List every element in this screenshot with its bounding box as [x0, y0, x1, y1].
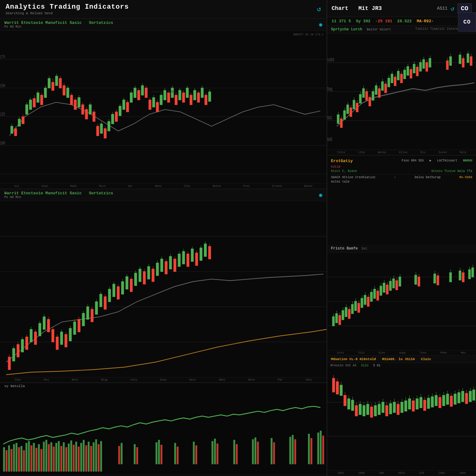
right-badge: CO	[457, 3, 472, 14]
svg-rect-36	[59, 78, 62, 88]
chart-2-icon[interactable]: ◉	[319, 192, 322, 198]
svg-rect-10	[11, 126, 13, 133]
svg-rect-401	[386, 285, 388, 294]
svg-rect-216	[6, 450, 7, 472]
svg-rect-92	[164, 90, 166, 100]
svg-rect-381	[355, 301, 357, 311]
svg-rect-128	[21, 340, 24, 352]
svg-rect-499	[461, 391, 464, 402]
svg-text:150: 150	[0, 83, 5, 89]
svg-rect-332	[400, 74, 403, 83]
svg-rect-326	[391, 74, 393, 83]
svg-rect-387	[364, 295, 366, 305]
refresh-right-icon[interactable]: ↺	[451, 5, 454, 12]
svg-rect-112	[201, 88, 203, 98]
row-1-label: Cotid	[331, 165, 340, 169]
svg-text:175: 175	[0, 55, 5, 60]
right-chart-3-body[interactable]	[327, 253, 476, 350]
svg-rect-425	[468, 270, 470, 279]
svg-rect-306	[359, 95, 361, 103]
svg-rect-98	[175, 95, 177, 105]
svg-rect-158	[86, 307, 89, 320]
svg-rect-447	[363, 406, 365, 416]
svg-rect-12	[14, 129, 17, 136]
svg-rect-231	[43, 442, 45, 472]
svg-rect-477	[420, 398, 422, 408]
svg-rect-296	[343, 111, 346, 119]
volume-body	[0, 389, 327, 475]
svg-rect-186	[148, 267, 150, 279]
chart-2-body[interactable]	[0, 201, 327, 377]
svg-rect-194	[165, 262, 167, 274]
svg-rect-423	[462, 273, 464, 282]
svg-rect-441	[351, 400, 354, 410]
chart-1-icon[interactable]: ◉	[319, 21, 322, 28]
svg-rect-239	[63, 443, 65, 472]
svg-rect-354	[449, 57, 452, 65]
separator-1	[331, 174, 472, 174]
right-chart-1-body[interactable]: v459 Dag GGC 8d5	[327, 33, 476, 150]
svg-rect-114	[205, 95, 207, 105]
svg-rect-298	[346, 105, 349, 114]
svg-rect-278	[294, 439, 296, 465]
co-badge[interactable]: CO	[458, 12, 476, 32]
svg-rect-346	[422, 60, 425, 68]
chart-2-title: Warrit Etnctavio Manuficit Sasic Sortatz…	[4, 191, 113, 196]
svg-rect-215	[3, 447, 5, 472]
svg-rect-300	[350, 108, 352, 117]
svg-rect-126	[17, 345, 19, 357]
svg-rect-459	[386, 406, 388, 416]
svg-rect-320	[381, 82, 384, 90]
svg-rect-465	[397, 404, 399, 415]
svg-rect-76	[134, 88, 136, 98]
svg-rect-266	[212, 441, 214, 465]
svg-rect-435	[340, 385, 342, 395]
price-4: 28.522	[397, 19, 412, 24]
svg-rect-218	[11, 449, 12, 472]
svg-rect-461	[389, 403, 392, 414]
svg-rect-483	[431, 397, 434, 407]
svg-rect-50	[85, 109, 88, 119]
svg-rect-505	[473, 390, 475, 400]
svg-rect-252	[95, 439, 97, 472]
svg-rect-385	[361, 298, 363, 308]
svg-rect-232	[46, 440, 47, 472]
right-title-group: Chart Mit JR3	[332, 5, 382, 11]
svg-rect-449	[367, 404, 369, 415]
refresh-icon[interactable]: ↺	[317, 5, 321, 13]
svg-rect-210	[200, 248, 202, 261]
svg-rect-314	[372, 91, 374, 100]
svg-rect-208	[195, 253, 198, 266]
svg-rect-471	[408, 399, 411, 409]
svg-rect-255	[118, 446, 120, 464]
svg-rect-258	[136, 447, 138, 464]
svg-rect-62	[108, 121, 110, 131]
svg-rect-244	[75, 442, 77, 472]
svg-rect-433	[336, 382, 339, 394]
price-2: Sy 392	[356, 19, 370, 24]
svg-rect-407	[396, 280, 398, 290]
svg-rect-356	[459, 55, 461, 64]
svg-rect-487	[439, 398, 441, 408]
svg-rect-280	[311, 438, 312, 465]
svg-rect-417	[437, 276, 439, 285]
svg-rect-302	[353, 100, 355, 109]
data-row-1: Cotid	[331, 165, 472, 169]
svg-rect-174	[121, 282, 124, 294]
svg-rect-369	[336, 314, 338, 323]
svg-rect-348	[426, 63, 428, 71]
svg-rect-44	[74, 100, 77, 110]
chart-1-svg: 175 150 125 100	[0, 31, 327, 183]
right-chart-4-body[interactable]	[327, 368, 476, 470]
svg-rect-104	[186, 88, 188, 98]
rchart-4-title: Mduation CL-8 Hi8stold RS1AG5. lu JS1IA …	[331, 357, 431, 361]
svg-rect-421	[459, 271, 461, 280]
svg-rect-124	[12, 349, 15, 361]
svg-rect-196	[169, 257, 172, 269]
svg-rect-154	[78, 320, 80, 332]
svg-rect-100	[178, 90, 181, 100]
svg-rect-248	[85, 446, 87, 472]
svg-rect-54	[93, 112, 95, 121]
svg-rect-485	[435, 395, 437, 406]
chart-1-body[interactable]: IOHUSE TIOSH BRENTT 35 IN 174.v 175 150 …	[0, 31, 327, 183]
